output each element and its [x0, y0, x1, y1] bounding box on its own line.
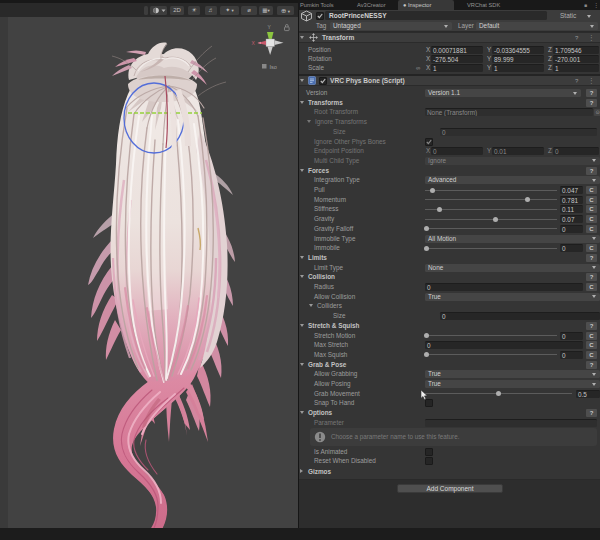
svg-text:Y: Y	[268, 24, 272, 30]
svg-text:X: X	[252, 40, 256, 46]
svg-text:Iso: Iso	[270, 64, 277, 70]
